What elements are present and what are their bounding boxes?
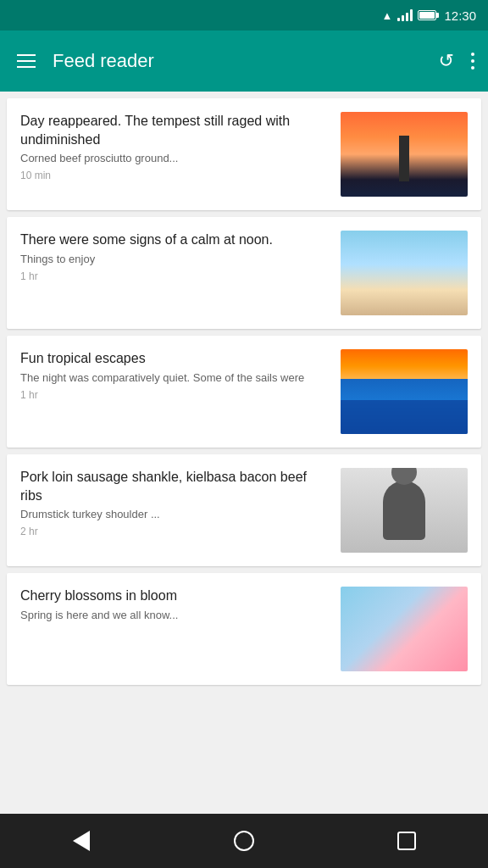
feed-card-image	[341, 468, 468, 553]
feed-card-subtitle: Things to enjoy	[20, 253, 330, 265]
feed-card-title: Cherry blossoms in bloom	[20, 587, 330, 605]
back-button[interactable]	[61, 821, 102, 861]
feed-card-content: Fun tropical escapesThe night was compar…	[20, 349, 330, 401]
status-icons: ▲ 12:30	[382, 8, 476, 23]
recents-button[interactable]	[386, 821, 427, 861]
home-button[interactable]	[224, 821, 264, 861]
feed-card-title: Day reappeared. The tempest still raged …	[20, 112, 330, 148]
feed-card-title: Pork loin sausage shankle, kielbasa baco…	[20, 468, 330, 504]
refresh-icon[interactable]: ↻	[439, 50, 454, 72]
feed-image-cityscape	[341, 112, 468, 197]
feed-card-title: Fun tropical escapes	[20, 349, 330, 368]
feed-card-content: There were some signs of a calm at noon.…	[20, 231, 330, 282]
feed-card-subtitle: Spring is here and we all know...	[20, 609, 330, 621]
app-title: Feed reader	[53, 50, 425, 72]
signal-icon	[397, 9, 413, 21]
battery-icon	[418, 10, 439, 20]
menu-icon[interactable]	[14, 51, 39, 71]
app-bar: Feed reader ↻	[0, 31, 488, 92]
status-bar: ▲ 12:30	[0, 0, 488, 31]
feed-card-4[interactable]: Pork loin sausage shankle, kielbasa baco…	[7, 454, 481, 566]
more-options-icon[interactable]	[471, 53, 474, 70]
feed-card-image	[341, 587, 468, 671]
feed-card-content: Cherry blossoms in bloomSpring is here a…	[20, 587, 330, 626]
feed-card-subtitle: Drumstick turkey shoulder ...	[20, 508, 330, 520]
feed-list: Day reappeared. The tempest still raged …	[0, 92, 488, 814]
bottom-nav	[0, 814, 488, 868]
feed-card-subtitle: Corned beef prosciutto ground...	[20, 152, 330, 164]
feed-card-image	[341, 231, 468, 315]
feed-image-blossom	[341, 587, 468, 671]
feed-card-content: Pork loin sausage shankle, kielbasa baco…	[20, 468, 330, 537]
feed-card-title: There were some signs of a calm at noon.	[20, 231, 330, 249]
feed-card-5[interactable]: Cherry blossoms in bloomSpring is here a…	[7, 573, 481, 685]
feed-card-image	[341, 349, 468, 434]
feed-card-subtitle: The night was comparatively quiet. Some …	[20, 371, 330, 384]
feed-card-time: 1 hr	[20, 270, 330, 282]
feed-card-content: Day reappeared. The tempest still raged …	[20, 112, 330, 181]
feed-image-tropical	[341, 349, 468, 434]
feed-image-beach	[341, 231, 468, 315]
feed-card-image	[341, 112, 468, 197]
feed-image-person	[341, 468, 468, 553]
feed-card-2[interactable]: There were some signs of a calm at noon.…	[7, 217, 481, 329]
feed-card-3[interactable]: Fun tropical escapesThe night was compar…	[7, 336, 481, 448]
feed-card-1[interactable]: Day reappeared. The tempest still raged …	[7, 98, 481, 210]
feed-card-time: 2 hr	[20, 526, 330, 537]
wifi-icon: ▲	[382, 9, 393, 22]
status-time: 12:30	[444, 8, 476, 23]
feed-card-time: 1 hr	[20, 389, 330, 401]
feed-card-time: 10 min	[20, 170, 330, 181]
app-bar-actions: ↻	[439, 50, 474, 72]
